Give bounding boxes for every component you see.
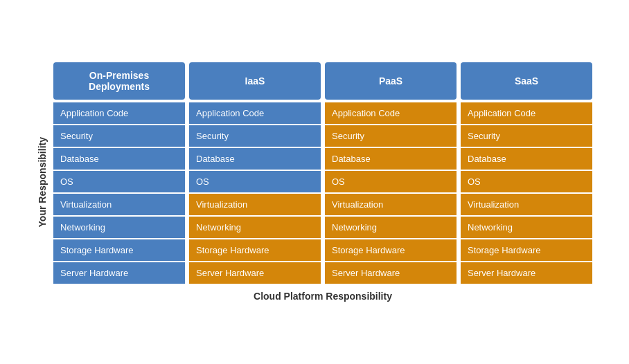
cell-saas-6: Storage Hardware [461,239,592,261]
y-axis-label: Your Responsibility [37,137,48,227]
column-header-on-premises: On-Premises Deployments [53,62,185,100]
column-paas: PaaSApplication CodeSecurityDatabaseOSVi… [325,62,457,284]
cell-on-premises-5: Networking [53,217,185,238]
cell-iaas-7: Server Hardware [189,262,321,284]
cell-paas-7: Server Hardware [325,262,457,284]
cell-paas-5: Networking [325,217,457,238]
cell-on-premises-7: Server Hardware [53,262,185,284]
cell-saas-0: Application Code [461,102,592,124]
column-iaas: IaaSApplication CodeSecurityDatabaseOSVi… [189,62,321,284]
cell-iaas-3: OS [189,171,321,192]
x-axis-label: Cloud Platform Responsibility [254,291,392,302]
cell-saas-5: Networking [461,217,592,238]
cell-paas-1: Security [325,125,457,147]
cell-iaas-5: Networking [189,217,321,238]
cell-iaas-4: Virtualization [189,194,321,215]
cell-iaas-1: Security [189,125,321,147]
cell-paas-0: Application Code [325,102,457,124]
cell-iaas-0: Application Code [189,102,321,124]
cell-saas-2: Database [461,148,592,170]
cell-paas-4: Virtualization [325,194,457,215]
cell-saas-3: OS [461,171,592,192]
main-content: On-Premises DeploymentsApplication CodeS… [53,62,592,302]
column-body-iaas: Application CodeSecurityDatabaseOSVirtua… [189,102,321,284]
cell-on-premises-4: Virtualization [53,194,185,215]
cell-saas-7: Server Hardware [461,262,592,284]
cell-on-premises-6: Storage Hardware [53,239,185,261]
column-on-premises: On-Premises DeploymentsApplication CodeS… [53,62,185,284]
grid-area: On-Premises DeploymentsApplication CodeS… [53,62,592,284]
cell-saas-1: Security [461,125,592,147]
cell-on-premises-3: OS [53,171,185,192]
column-body-paas: Application CodeSecurityDatabaseOSVirtua… [325,102,457,284]
cell-on-premises-2: Database [53,148,185,170]
cell-iaas-6: Storage Hardware [189,239,321,261]
cell-iaas-2: Database [189,148,321,170]
column-body-saas: Application CodeSecurityDatabaseOSVirtua… [461,102,592,284]
cell-on-premises-0: Application Code [53,102,185,124]
cell-paas-2: Database [325,148,457,170]
outer-wrapper: Your Responsibility On-Premises Deployme… [37,62,592,302]
cell-paas-6: Storage Hardware [325,239,457,261]
cell-paas-3: OS [325,171,457,192]
column-saas: SaaSApplication CodeSecurityDatabaseOSVi… [461,62,592,284]
cell-saas-4: Virtualization [461,194,592,215]
column-header-saas: SaaS [461,62,592,100]
column-header-iaas: IaaS [189,62,321,100]
column-header-paas: PaaS [325,62,457,100]
column-body-on-premises: Application CodeSecurityDatabaseOSVirtua… [53,102,185,284]
cell-on-premises-1: Security [53,125,185,147]
